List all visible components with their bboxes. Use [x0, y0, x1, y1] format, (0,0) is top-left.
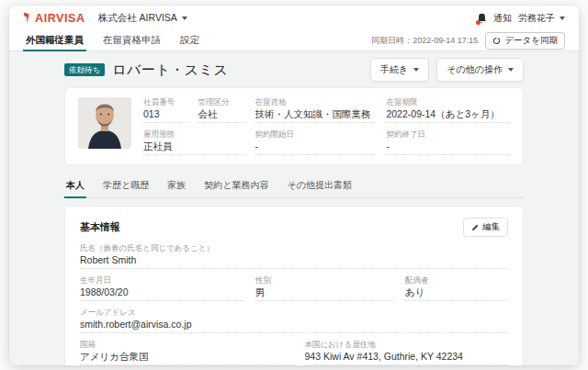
- field-value: 2022-09-14（あと3ヶ月）: [386, 108, 510, 123]
- other-actions-button-label: その他の操作: [447, 63, 503, 76]
- basic-info-header: 基本情報 編集: [80, 218, 508, 237]
- notification-bell[interactable]: [477, 13, 487, 24]
- user-name: 労務花子: [518, 12, 555, 25]
- logo-text: AIRVISA: [35, 12, 85, 25]
- nav-item-foreign-employees[interactable]: 外国籍従業員: [23, 30, 86, 50]
- tab-other-documents[interactable]: その他提出書類: [285, 175, 353, 197]
- page-actions: 手続き その他の操作: [370, 58, 524, 82]
- app-header: AIRVISA 株式会社 AIRVISA 通知 労務花子: [9, 6, 579, 30]
- field-label: 国籍: [80, 340, 294, 349]
- basic-info-row: 生年月日 1988/03/20 性別 男 配偶者 あり: [80, 275, 508, 308]
- basic-info-card: 基本情報 編集 氏名（旅券の氏名と同じであること） Robert Smith 生…: [64, 206, 524, 365]
- field-contract-start: 契約開始日 -: [255, 129, 377, 155]
- field-residence-status: 在留資格 技術・人文知識・国際業務: [255, 97, 377, 123]
- chevron-down-icon: [413, 68, 419, 72]
- employee-summary-card: 社員番号 013 管理区分 会社 在留資格 技術・人文知識・国際業務 在留期限 …: [64, 87, 524, 165]
- company-selector[interactable]: 株式会社 AIRVISA: [98, 12, 187, 25]
- app-window: AIRVISA 株式会社 AIRVISA 通知 労務花子 外国籍従業員: [9, 6, 579, 365]
- airvisa-logo: AIRVISA: [23, 12, 85, 25]
- field-employee-number: 社員番号 013: [143, 97, 187, 123]
- other-actions-button[interactable]: その他の操作: [436, 58, 524, 82]
- company-name: 株式会社 AIRVISA: [98, 12, 177, 25]
- field-spouse: 配偶者 あり: [405, 275, 508, 301]
- field-employment-type: 雇用形態 正社員: [143, 129, 245, 155]
- portrait-image: [78, 97, 131, 149]
- nav-item-settings[interactable]: 設定: [177, 30, 202, 50]
- procedures-button-label: 手続き: [380, 63, 408, 76]
- notification-dot: [476, 20, 481, 25]
- nav-right: 同期日時：2022-09-14 17:15 データを同期: [371, 30, 565, 50]
- edit-button-label: 編集: [482, 221, 500, 233]
- field-value: -: [386, 140, 510, 155]
- field-label: 在留資格: [255, 97, 377, 107]
- tab-family[interactable]: 家族: [165, 175, 187, 197]
- status-badge: 依頼待ち: [64, 63, 105, 77]
- tab-label: 本人: [66, 180, 85, 190]
- procedures-button[interactable]: 手続き: [370, 58, 429, 82]
- tab-person[interactable]: 本人: [64, 175, 86, 197]
- tab-label: 契約と業務内容: [204, 180, 268, 190]
- field-value: 技術・人文知識・国際業務: [255, 108, 377, 123]
- field-value: 013: [143, 108, 187, 123]
- field-value: 943 Kiwi Av #413, Guthrie, KY 42234: [305, 351, 508, 365]
- field-label: 性別: [255, 275, 394, 285]
- field-label: 在留期限: [386, 97, 510, 107]
- field-value: 正社員: [143, 140, 245, 155]
- field-value: 1988/03/20: [80, 286, 244, 301]
- primary-nav: 外国籍従業員 在留資格申請 設定 同期日時：2022-09-14 17:15 デ…: [9, 30, 579, 51]
- tab-contract-duties[interactable]: 契約と業務内容: [202, 175, 270, 197]
- nav-item-residence-applications[interactable]: 在留資格申請: [100, 30, 164, 50]
- tab-label: 家族: [167, 180, 186, 190]
- basic-info-title: 基本情報: [80, 220, 120, 234]
- page-title-row: 依頼待ち ロバート・スミス 手続き その他の操作: [64, 59, 524, 81]
- airvisa-logo-icon: [23, 12, 32, 24]
- field-label: 管理区分: [198, 97, 244, 107]
- user-menu[interactable]: 労務花子: [518, 12, 565, 25]
- sync-button-label: データを同期: [504, 35, 558, 47]
- sync-data-button[interactable]: データを同期: [485, 32, 565, 50]
- basic-info-edit-button[interactable]: 編集: [463, 218, 508, 237]
- main-content: 依頼待ち ロバート・スミス 手続き その他の操作: [9, 51, 579, 365]
- field-value: 会社: [198, 108, 244, 123]
- field-label: 本国における居住地: [305, 340, 508, 349]
- nav-item-label: 設定: [180, 34, 199, 47]
- field-residence-expiry: 在留期限 2022-09-14（あと3ヶ月）: [386, 97, 510, 123]
- notification-label[interactable]: 通知: [493, 12, 512, 25]
- chevron-down-icon: [182, 17, 187, 20]
- summary-fields: 社員番号 013 管理区分 会社 在留資格 技術・人文知識・国際業務 在留期限 …: [143, 97, 510, 155]
- field-value: Robert Smith: [80, 254, 508, 269]
- basic-info-row: 国籍 アメリカ合衆国 本国における居住地 943 Kiwi Av #413, G…: [80, 340, 508, 365]
- field-nationality: 国籍 アメリカ合衆国: [80, 340, 294, 365]
- field-label: 配偶者: [405, 275, 508, 285]
- field-full-name: 氏名（旅券の氏名と同じであること） Robert Smith: [80, 243, 508, 269]
- field-value: -: [255, 140, 377, 155]
- field-value: 男: [255, 286, 394, 301]
- tab-education-career[interactable]: 学歴と職歴: [101, 175, 151, 197]
- field-home-country-address: 本国における居住地 943 Kiwi Av #413, Guthrie, KY …: [305, 340, 508, 365]
- nav-item-label: 在留資格申請: [103, 34, 161, 47]
- pencil-icon: [471, 224, 479, 231]
- field-email: メールアドレス smith.robert@airvisa.co.jp: [80, 308, 508, 333]
- field-label: 契約終了日: [386, 129, 510, 139]
- field-management-category: 管理区分 会社: [198, 97, 244, 123]
- header-right: 通知 労務花子: [477, 12, 565, 25]
- field-contract-end: 契約終了日 -: [386, 129, 510, 155]
- employee-name: ロバート・スミス: [112, 62, 228, 79]
- refresh-icon: [492, 37, 501, 45]
- tab-label: その他提出書類: [287, 180, 351, 190]
- field-label: 雇用形態: [143, 129, 245, 139]
- field-label: 生年月日: [80, 275, 244, 285]
- field-label: 氏名（旅券の氏名と同じであること）: [80, 243, 508, 252]
- field-label: 契約開始日: [255, 129, 377, 139]
- sync-timestamp: 同期日時：2022-09-14 17:15: [371, 35, 478, 47]
- tab-label: 学歴と職歴: [103, 180, 149, 190]
- nav-item-label: 外国籍従業員: [26, 34, 84, 47]
- chevron-down-icon: [508, 68, 514, 72]
- field-value: smith.robert@airvisa.co.jp: [80, 319, 508, 333]
- field-birthdate: 生年月日 1988/03/20: [80, 275, 244, 301]
- field-label: 社員番号: [143, 97, 187, 107]
- field-value: あり: [405, 286, 508, 301]
- chevron-down-icon: [560, 17, 565, 20]
- field-gender: 性別 男: [255, 275, 394, 301]
- field-value: アメリカ合衆国: [80, 351, 294, 365]
